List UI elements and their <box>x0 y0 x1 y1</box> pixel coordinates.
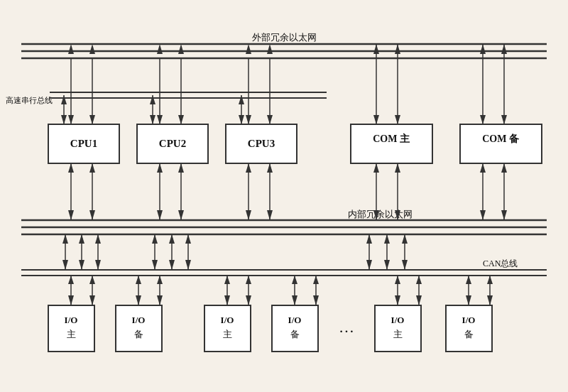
svg-text:主: 主 <box>223 329 232 339</box>
svg-text:I/O: I/O <box>391 315 405 325</box>
ellipsis-label: … <box>339 318 354 336</box>
svg-text:备: 备 <box>134 329 143 339</box>
can-bus-label: CAN总线 <box>483 258 518 268</box>
internal-network-label: 内部冗余以太网 <box>348 209 413 219</box>
cpu3-label: CPU3 <box>248 138 275 149</box>
svg-text:备: 备 <box>290 329 300 339</box>
svg-text:备: 备 <box>464 329 474 339</box>
svg-text:I/O: I/O <box>462 315 476 325</box>
external-network-label: 外部冗余以太网 <box>252 32 317 43</box>
svg-text:主: 主 <box>67 329 76 339</box>
svg-text:主: 主 <box>393 329 403 339</box>
com-main-label: COM 主 <box>373 133 410 144</box>
cpu2-label: CPU2 <box>159 138 186 149</box>
architecture-diagram: 外部冗余以太网 高速串行总线 CPU1 CPU2 CPU3 <box>0 0 568 392</box>
svg-text:I/O: I/O <box>221 315 234 325</box>
svg-text:I/O: I/O <box>65 315 78 325</box>
cpu1-label: CPU1 <box>70 138 97 149</box>
svg-text:I/O: I/O <box>288 315 302 325</box>
com-backup-label: COM 备 <box>482 134 520 144</box>
highspeed-bus-label: 高速串行总线 <box>6 96 53 104</box>
svg-text:I/O: I/O <box>132 315 146 325</box>
